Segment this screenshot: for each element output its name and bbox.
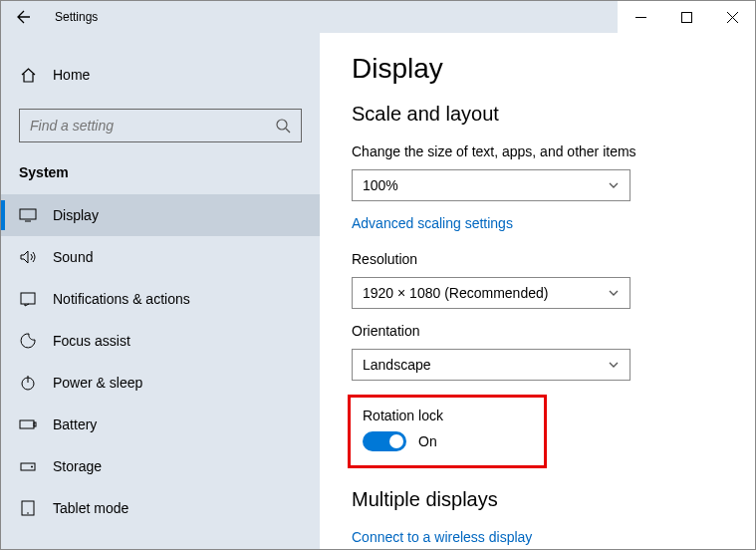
sidebar-section-label: System <box>1 164 320 180</box>
sidebar-item-label: Display <box>53 207 99 223</box>
advanced-scaling-link[interactable]: Advanced scaling settings <box>352 215 755 231</box>
svg-rect-0 <box>681 12 691 22</box>
title-bar: Settings <box>1 1 755 33</box>
resolution-select[interactable]: 1920 × 1080 (Recommended) <box>352 277 630 309</box>
connect-wireless-link[interactable]: Connect to a wireless display <box>352 529 755 545</box>
svg-point-1 <box>277 120 287 130</box>
sidebar-item-label: Sound <box>53 249 93 265</box>
close-icon <box>727 12 738 23</box>
svg-point-8 <box>31 466 33 468</box>
main-panel: Display Scale and layout Change the size… <box>320 33 755 550</box>
sidebar-item-display[interactable]: Display <box>1 194 320 236</box>
sidebar-item-tablet-mode[interactable]: Tablet mode <box>1 487 320 529</box>
arrow-left-icon <box>16 9 32 25</box>
sidebar-item-label: Battery <box>53 416 97 432</box>
maximize-icon <box>681 12 692 23</box>
svg-point-10 <box>27 512 29 514</box>
scale-label: Change the size of text, apps, and other… <box>352 143 755 159</box>
svg-rect-5 <box>20 420 34 428</box>
battery-icon <box>19 415 37 433</box>
rotation-lock-toggle[interactable] <box>363 431 406 451</box>
sidebar-item-battery[interactable]: Battery <box>1 404 320 445</box>
sound-icon <box>19 248 37 266</box>
svg-rect-3 <box>21 293 35 304</box>
search-input[interactable] <box>30 118 275 134</box>
sidebar-item-storage[interactable]: Storage <box>1 445 320 487</box>
sidebar-item-label: Notifications & actions <box>53 291 190 307</box>
chevron-down-icon <box>608 179 620 191</box>
content-container: Home System Display Sound Notifications … <box>1 33 755 550</box>
scale-value: 100% <box>363 177 398 193</box>
sidebar-item-sound[interactable]: Sound <box>1 236 320 278</box>
tablet-icon <box>19 499 37 517</box>
rotation-lock-highlight: Rotation lock On <box>348 395 547 468</box>
sidebar-item-focus-assist[interactable]: Focus assist <box>1 320 320 362</box>
window-title: Settings <box>47 10 98 24</box>
focus-assist-icon <box>19 332 37 350</box>
sidebar: Home System Display Sound Notifications … <box>1 33 320 550</box>
orientation-value: Landscape <box>363 357 431 373</box>
rotation-lock-state: On <box>418 433 437 449</box>
resolution-value: 1920 × 1080 (Recommended) <box>363 285 548 301</box>
sidebar-item-power-sleep[interactable]: Power & sleep <box>1 362 320 404</box>
sidebar-item-label: Power & sleep <box>53 375 142 391</box>
storage-icon <box>19 457 37 475</box>
orientation-label: Orientation <box>352 323 755 339</box>
window-controls <box>618 1 755 33</box>
page-title: Display <box>352 53 755 85</box>
rotation-lock-label: Rotation lock <box>363 408 532 423</box>
home-label: Home <box>53 67 90 83</box>
sidebar-item-label: Focus assist <box>53 333 130 349</box>
maximize-button[interactable] <box>663 1 709 33</box>
chevron-down-icon <box>608 359 620 371</box>
sidebar-item-label: Storage <box>53 458 102 474</box>
sidebar-item-label: Tablet mode <box>53 500 128 516</box>
minimize-icon <box>635 12 646 23</box>
home-nav[interactable]: Home <box>1 55 320 95</box>
orientation-select[interactable]: Landscape <box>352 349 630 381</box>
chevron-down-icon <box>608 287 620 299</box>
close-button[interactable] <box>709 1 755 33</box>
svg-rect-2 <box>20 209 36 219</box>
rotation-lock-row: On <box>363 431 532 451</box>
power-icon <box>19 374 37 392</box>
notifications-icon <box>19 290 37 308</box>
minimize-button[interactable] <box>618 1 663 33</box>
resolution-label: Resolution <box>352 251 755 267</box>
svg-rect-6 <box>34 422 36 426</box>
search-box[interactable] <box>19 109 302 142</box>
sidebar-item-notifications[interactable]: Notifications & actions <box>1 278 320 320</box>
section-scale-layout: Scale and layout <box>352 103 755 126</box>
search-icon <box>275 118 291 134</box>
back-button[interactable] <box>1 1 47 33</box>
home-icon <box>19 67 37 84</box>
display-icon <box>19 206 37 224</box>
section-multiple-displays: Multiple displays <box>352 488 755 511</box>
scale-select[interactable]: 100% <box>352 169 630 201</box>
